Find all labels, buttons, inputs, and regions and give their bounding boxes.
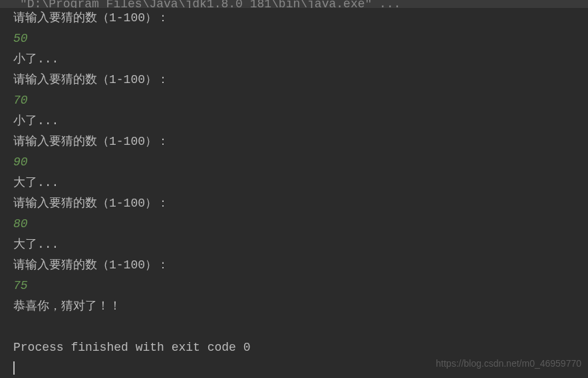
user-input: 70 bbox=[13, 90, 588, 111]
user-input: 75 bbox=[13, 276, 588, 296]
command-line: "D:\Program Files\Java\jdk1.8.0_181\bin\… bbox=[0, 0, 588, 8]
feedback-line: 大了... bbox=[13, 235, 588, 255]
feedback-line: 小了... bbox=[13, 49, 588, 70]
watermark-text: https://blog.csdn.net/m0_46959770 bbox=[436, 358, 581, 369]
cursor-icon bbox=[13, 361, 15, 375]
prompt-line: 请输入要猜的数（1-100）： bbox=[13, 255, 588, 276]
exit-line: Process finished with exit code 0 bbox=[13, 337, 588, 358]
user-input: 50 bbox=[13, 29, 588, 49]
success-line: 恭喜你，猜对了！！ bbox=[13, 296, 588, 317]
feedback-line: 小了... bbox=[13, 111, 588, 132]
blank-line bbox=[13, 317, 588, 337]
prompt-line: 请输入要猜的数（1-100）： bbox=[13, 132, 588, 152]
user-input: 80 bbox=[13, 214, 588, 235]
console-output: "D:\Program Files\Java\jdk1.8.0_181\bin\… bbox=[0, 0, 588, 378]
prompt-line: 请输入要猜的数（1-100）： bbox=[13, 8, 588, 29]
feedback-line: 大了... bbox=[13, 173, 588, 193]
user-input: 90 bbox=[13, 152, 588, 173]
prompt-line: 请输入要猜的数（1-100）： bbox=[13, 193, 588, 214]
prompt-line: 请输入要猜的数（1-100）： bbox=[13, 70, 588, 90]
